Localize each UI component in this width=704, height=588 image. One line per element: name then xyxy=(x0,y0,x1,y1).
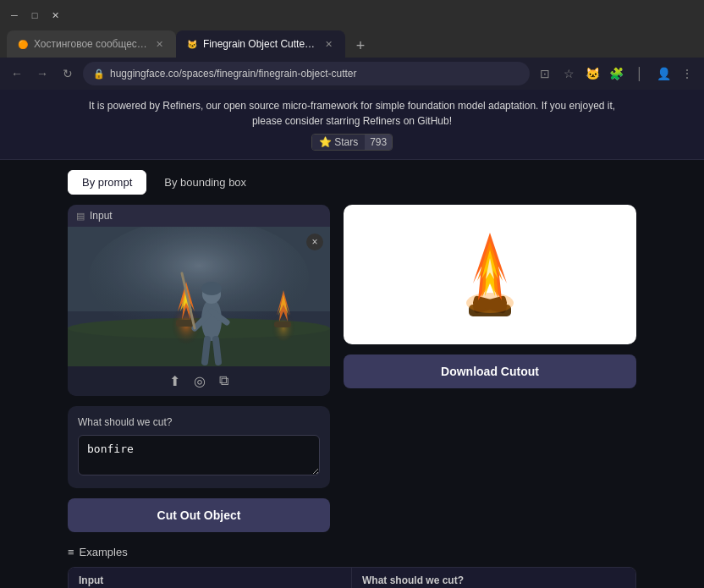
examples-col-input: Input xyxy=(69,568,352,588)
prompt-input[interactable] xyxy=(78,435,320,475)
tab-2-title: Finegrain Object Cutter - a Hug… xyxy=(203,38,316,50)
url-text: huggingface.co/spaces/finegrain/finegrai… xyxy=(110,68,357,80)
url-bar[interactable]: 🔒 huggingface.co/spaces/finegrain/finegr… xyxy=(83,62,530,85)
image-input-panel: ▤ Input xyxy=(68,205,330,396)
two-col-layout: ▤ Input xyxy=(68,205,636,532)
browser-chrome: ─ □ ✕ 🟠 Хостинговое сообщество «Ti… ✕ 🐱 … xyxy=(0,0,704,90)
title-bar: ─ □ ✕ xyxy=(0,0,704,30)
back-button[interactable]: ← xyxy=(7,63,27,84)
examples-label: Examples xyxy=(80,546,128,558)
forward-button[interactable]: → xyxy=(32,63,52,84)
examples-table-header: Input What should we cut? xyxy=(69,568,635,588)
examples-menu-icon: ≡ xyxy=(68,546,74,558)
image-toolbar: ⬆ ◎ ⧉ xyxy=(68,366,330,396)
tabs-bar: 🟠 Хостинговое сообщество «Ti… ✕ 🐱 Finegr… xyxy=(0,30,704,58)
divider: │ xyxy=(630,63,650,84)
upload-button[interactable]: ⬆ xyxy=(169,373,180,389)
tab-2-favicon: 🐱 xyxy=(186,38,198,50)
cutout-preview xyxy=(448,220,532,330)
preview-button[interactable]: ◎ xyxy=(194,373,206,389)
input-label: Input xyxy=(90,210,113,222)
app-tab-group: By prompt By bounding box xyxy=(68,170,636,195)
app-area: By prompt By bounding box ▤ Input xyxy=(0,160,704,588)
reload-button[interactable]: ↻ xyxy=(58,63,78,84)
close-button[interactable]: ✕ xyxy=(47,8,63,23)
toolbar-icons: ⊡ ☆ 🐱 🧩 │ 👤 ⋮ xyxy=(535,63,697,84)
window-controls: ─ □ ✕ xyxy=(7,8,63,23)
screenshot-icon[interactable]: ⊡ xyxy=(535,63,555,84)
stars-label: ⭐ Stars xyxy=(312,135,365,150)
svg-point-26 xyxy=(466,293,514,313)
tab-1-title: Хостинговое сообщество «Ti… xyxy=(34,38,147,50)
tab-1-favicon: 🟠 xyxy=(17,38,29,50)
output-panel: ▶ xyxy=(344,205,636,344)
github-stars-badge[interactable]: ⭐ Stars 793 xyxy=(311,134,393,151)
tab-1-close[interactable]: ✕ xyxy=(152,37,166,51)
tab-1[interactable]: 🟠 Хостинговое сообщество «Ti… ✕ xyxy=(7,30,176,58)
examples-col-prompt: What should we cut? xyxy=(352,568,635,588)
minimize-button[interactable]: ─ xyxy=(7,8,22,23)
left-column: ▤ Input xyxy=(68,205,330,532)
svg-rect-22 xyxy=(68,227,330,366)
extensions-icon[interactable]: 🧩 xyxy=(606,63,626,84)
examples-table: Input What should we cut? xyxy=(68,567,636,588)
scene-image[interactable]: × xyxy=(68,227,330,366)
lock-icon: 🔒 xyxy=(93,69,105,80)
info-banner-text: It is powered by Refiners, our open sour… xyxy=(14,98,690,129)
examples-header: ≡ Examples xyxy=(68,546,636,558)
cut-out-button[interactable]: Cut Out Object xyxy=(68,498,330,532)
profile-icon[interactable]: 🐱 xyxy=(582,63,602,84)
input-label-bar: ▤ Input xyxy=(68,205,330,227)
right-column: ▶ xyxy=(344,205,636,388)
address-bar: ← → ↻ 🔒 huggingface.co/spaces/finegrain/… xyxy=(0,58,704,90)
prompt-area: What should we cut? xyxy=(68,406,330,488)
prompt-label: What should we cut? xyxy=(78,416,320,428)
info-banner: It is powered by Refiners, our open sour… xyxy=(0,90,704,160)
input-icon: ▤ xyxy=(76,211,85,222)
clipboard-button[interactable]: ⧉ xyxy=(219,373,228,389)
tab-2[interactable]: 🐱 Finegrain Object Cutter - a Hug… ✕ xyxy=(176,30,345,58)
tab-2-close[interactable]: ✕ xyxy=(322,37,335,51)
menu-icon[interactable]: ⋮ xyxy=(677,63,697,84)
user-icon[interactable]: 👤 xyxy=(653,63,674,84)
examples-section: ≡ Examples Input What should we cut? xyxy=(68,546,636,588)
tab-by-bounding-box[interactable]: By bounding box xyxy=(150,170,261,195)
download-cutout-button[interactable]: Download Cutout xyxy=(344,354,636,388)
tab-by-prompt[interactable]: By prompt xyxy=(68,170,146,195)
page-content: It is powered by Refiners, our open sour… xyxy=(0,90,704,588)
new-tab-button[interactable]: + xyxy=(349,34,372,58)
maximize-button[interactable]: □ xyxy=(27,8,42,23)
image-close-button[interactable]: × xyxy=(306,234,323,250)
bookmark-icon[interactable]: ☆ xyxy=(558,63,579,84)
stars-count: 793 xyxy=(365,135,392,150)
